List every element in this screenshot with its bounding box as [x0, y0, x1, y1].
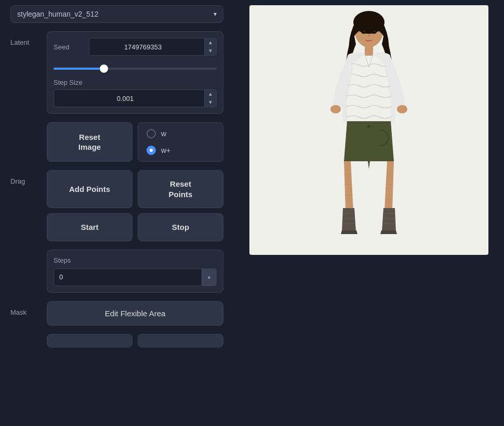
bottom-left-button[interactable]: [47, 334, 132, 347]
seed-input[interactable]: [89, 40, 204, 54]
svg-point-5: [397, 105, 407, 113]
steps-section: Steps ▪: [47, 250, 223, 293]
model-selector[interactable]: stylegan_human_v2_512 ▾: [10, 5, 223, 23]
mask-section: Mask Edit Flexible Area: [10, 301, 223, 326]
latent-card: Seed ▲ ▼ Step Size: [47, 31, 223, 114]
step-size-spin-down[interactable]: ▼: [205, 98, 216, 107]
person-image: [249, 5, 488, 255]
radio-circle-wplus: [147, 146, 156, 155]
radio-wrapper: w w+: [138, 122, 223, 162]
seed-row: Seed ▲ ▼: [54, 38, 217, 56]
reset-radio-row: Reset Image w w+: [47, 122, 223, 162]
drag-main-buttons: Add Points Reset Points: [47, 170, 223, 208]
reset-points-button[interactable]: Reset Points: [138, 170, 223, 208]
radio-group: w w+: [138, 122, 223, 162]
steps-input[interactable]: [54, 269, 202, 285]
seed-label: Seed: [54, 43, 85, 51]
step-size-input[interactable]: [54, 92, 204, 106]
drag-label: Drag: [10, 170, 42, 185]
reset-points-line1: Reset: [170, 179, 191, 188]
bottom-right-button[interactable]: [138, 334, 223, 347]
steps-card: Steps ▪: [47, 250, 223, 293]
chevron-down-icon: ▾: [214, 10, 217, 18]
model-selector-value: stylegan_human_v2_512: [17, 10, 98, 18]
svg-rect-3: [365, 45, 373, 56]
reset-image-line1: Reset: [79, 133, 100, 141]
drag-secondary-buttons: Start Stop: [47, 213, 223, 241]
latent-section: Latent Seed ▲ ▼: [10, 31, 223, 114]
radio-label-w: w: [161, 130, 166, 138]
steps-label: Steps: [54, 256, 217, 264]
svg-point-25: [363, 31, 365, 32]
step-size-spin-buttons: ▲ ▼: [204, 90, 216, 107]
step-size-section: Step Size ▲ ▼: [54, 79, 217, 107]
seed-slider-container: [54, 61, 217, 73]
radio-option-w[interactable]: w: [147, 129, 215, 138]
svg-point-4: [330, 105, 341, 113]
reset-image-button[interactable]: Reset Image: [47, 122, 132, 162]
seed-slider[interactable]: [54, 68, 217, 70]
bottom-buttons-row: [47, 334, 223, 347]
seed-spin-up[interactable]: ▲: [205, 38, 216, 47]
step-size-input-wrapper: ▲ ▼: [54, 89, 217, 107]
seed-spin-down[interactable]: ▼: [205, 47, 216, 55]
seed-input-wrapper: ▲ ▼: [89, 38, 217, 56]
reset-image-line2: Image: [78, 143, 101, 151]
reset-points-line2: Points: [169, 190, 193, 199]
mask-label: Mask: [10, 301, 42, 316]
stop-button[interactable]: Stop: [138, 213, 223, 241]
steps-input-row: ▪: [54, 268, 217, 286]
edit-flexible-area-button[interactable]: Edit Flexible Area: [47, 301, 223, 326]
add-points-button[interactable]: Add Points: [47, 170, 132, 208]
start-button[interactable]: Start: [47, 213, 132, 241]
radio-option-wplus[interactable]: w+: [147, 146, 215, 155]
steps-side-button[interactable]: ▪: [202, 269, 216, 286]
svg-point-26: [374, 31, 376, 32]
seed-spin-buttons: ▲ ▼: [204, 38, 216, 55]
radio-circle-w: [147, 129, 156, 138]
latent-label: Latent: [10, 31, 42, 46]
reset-image-wrapper: Reset Image: [47, 122, 132, 162]
radio-label-wplus: w+: [161, 146, 170, 154]
step-size-label: Step Size: [54, 79, 217, 86]
drag-section: Drag Add Points Reset Points Start Stop: [10, 170, 223, 241]
step-size-spin-up[interactable]: ▲: [205, 90, 216, 98]
person-svg: [307, 8, 431, 252]
main-content-area: [234, 0, 504, 426]
svg-point-6: [367, 125, 370, 128]
image-display: [249, 5, 488, 255]
